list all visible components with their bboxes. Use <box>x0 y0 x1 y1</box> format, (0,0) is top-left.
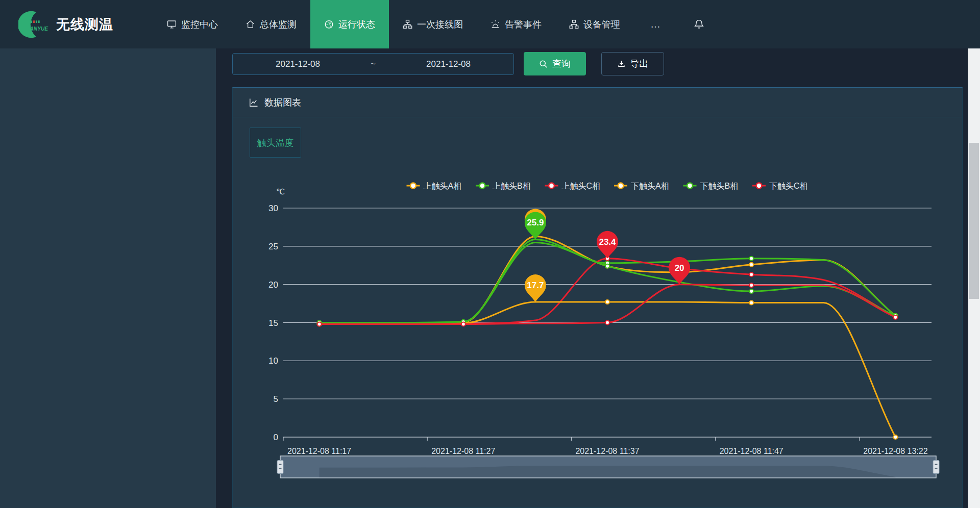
app-title: 无线测温 <box>56 15 113 34</box>
main-nav: 监控中心 总体监测 运行状态 一次接线图 告警事件 设备管理 … <box>153 0 720 48</box>
svg-text:上触头A相: 上触头A相 <box>424 182 462 190</box>
data-point-marker <box>893 435 897 439</box>
data-point-marker <box>749 263 753 267</box>
point-label-pin: 25.9 <box>525 212 546 239</box>
svg-text:25.9: 25.9 <box>527 218 544 227</box>
nav-item-more[interactable]: … <box>634 0 678 48</box>
gauge-icon <box>324 19 334 29</box>
temperature-line-chart: 302520151050℃2021-12-08 11:172021-12-08 … <box>0 0 980 508</box>
svg-text:23.4: 23.4 <box>599 237 616 247</box>
legend-item-上触头A相[interactable]: 上触头A相 <box>407 182 462 190</box>
data-point-marker <box>749 289 753 293</box>
more-ellipsis-icon: … <box>650 18 662 30</box>
y-axis-tick-label: 25 <box>268 242 278 251</box>
nav-item-notifications[interactable] <box>678 0 720 48</box>
svg-text:20: 20 <box>675 263 684 273</box>
bell-icon <box>694 19 704 30</box>
data-point-marker <box>605 300 609 304</box>
point-label-pin: 23.4 <box>597 231 618 259</box>
svg-text:下触头A相: 下触头A相 <box>631 182 669 190</box>
y-axis-tick-label: 10 <box>268 356 278 366</box>
nav-item-label: 告警事件 <box>505 18 542 31</box>
brand: HNANYUE 无线测温 <box>0 0 153 48</box>
x-axis-tick-label: 2021-12-08 13:22 <box>863 447 927 455</box>
data-point-marker <box>605 264 609 268</box>
top-nav: HNANYUE 无线测温 监控中心 总体监测 运行状态 一次接线图 告警事件 设… <box>0 0 980 48</box>
legend-item-下触头A相[interactable]: 下触头A相 <box>614 182 669 190</box>
nav-item-device-management[interactable]: 设备管理 <box>555 0 634 48</box>
data-point-marker <box>749 257 753 261</box>
wiring-diagram-icon <box>403 19 412 29</box>
svg-text:下触头B相: 下触头B相 <box>700 182 739 190</box>
svg-text:下触头C相: 下触头C相 <box>769 182 808 190</box>
y-axis-tick-label: 30 <box>268 204 278 213</box>
home-icon <box>246 19 255 29</box>
data-point-marker <box>317 322 322 326</box>
x-axis-tick-label: 2021-12-08 11:17 <box>287 447 351 455</box>
alarm-siren-icon <box>491 19 500 29</box>
legend-item-下触头B相[interactable]: 下触头B相 <box>683 182 739 190</box>
y-axis-tick-label: 5 <box>274 394 278 404</box>
svg-text:17.7: 17.7 <box>527 281 544 290</box>
data-point-marker <box>749 272 753 276</box>
nav-item-running-status[interactable]: 运行状态 <box>310 0 389 48</box>
monitor-icon <box>167 19 177 29</box>
svg-text:上触头C相: 上触头C相 <box>562 182 601 190</box>
brand-logo-text: HNANYUE <box>22 26 48 31</box>
nav-item-alarm-events[interactable]: 告警事件 <box>477 0 555 48</box>
data-point-marker <box>461 322 465 326</box>
nav-item-primary-wiring-diagram[interactable]: 一次接线图 <box>389 0 477 48</box>
nav-item-label: 一次接线图 <box>417 18 463 31</box>
y-axis-tick-label: 20 <box>268 280 278 290</box>
data-point-marker <box>749 301 753 305</box>
nav-item-overall-monitoring[interactable]: 总体监测 <box>232 0 310 48</box>
datazoom-shadow <box>320 466 896 478</box>
datazoom-handle-right[interactable] <box>933 461 939 474</box>
nav-item-monitor-center[interactable]: 监控中心 <box>153 0 232 48</box>
nav-item-label: 监控中心 <box>181 18 218 31</box>
data-point-marker <box>893 315 897 319</box>
datazoom-slider[interactable] <box>277 456 939 478</box>
nav-item-label: 运行状态 <box>338 18 375 31</box>
brand-logo-icon: HNANYUE <box>18 9 50 40</box>
nav-item-label: 总体监测 <box>260 18 297 31</box>
y-axis-tick-label: 15 <box>268 318 278 328</box>
datazoom-handle-left[interactable] <box>277 461 283 474</box>
point-label-pin: 17.7 <box>525 274 546 302</box>
svg-text:上触头B相: 上触头B相 <box>493 182 531 190</box>
data-point-marker <box>749 283 753 287</box>
data-point-marker <box>605 321 609 325</box>
x-axis-tick-label: 2021-12-08 11:37 <box>575 447 639 455</box>
x-axis-tick-label: 2021-12-08 11:27 <box>431 447 495 455</box>
sitemap-icon <box>569 19 579 29</box>
y-axis-tick-label: 0 <box>274 433 278 442</box>
nav-item-label: 设备管理 <box>583 18 620 31</box>
legend-item-下触头C相[interactable]: 下触头C相 <box>752 182 808 190</box>
y-axis-unit-label: ℃ <box>276 187 285 196</box>
legend-item-上触头C相[interactable]: 上触头C相 <box>545 182 601 190</box>
legend-item-上触头B相[interactable]: 上触头B相 <box>476 182 531 190</box>
x-axis-tick-label: 2021-12-08 11:47 <box>720 447 783 455</box>
